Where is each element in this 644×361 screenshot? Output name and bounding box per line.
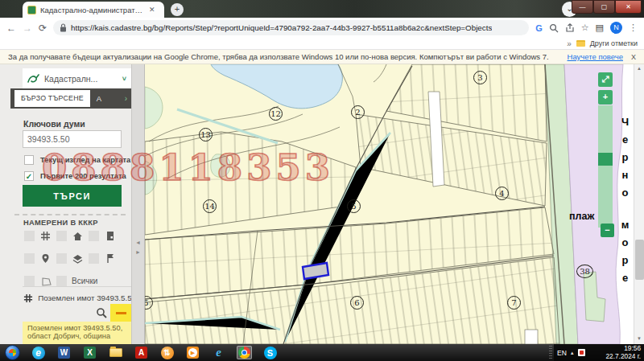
browser-tab[interactable]: Кадастрално-административна ✕ [23, 2, 164, 18]
checkbox-unchecked[interactable] [24, 155, 34, 165]
map-marker[interactable]: 6 [350, 296, 364, 310]
type-checkbox[interactable] [56, 276, 67, 286]
home-icon[interactable] [72, 230, 84, 242]
found-result-item[interactable]: Поземлен имот 39493.5.50 [23, 286, 131, 304]
reload-icon[interactable]: ⟳ [39, 23, 47, 34]
taskbar-internet-explorer[interactable]: e [211, 346, 226, 359]
scroll-up-icon[interactable]: ▲ [637, 66, 642, 71]
taskbar-sync-app[interactable]: ⇅ [159, 346, 175, 359]
remove-result-button[interactable] [110, 304, 131, 322]
map-marker[interactable]: 7 [507, 296, 521, 310]
taskbar-excel[interactable]: X [82, 346, 97, 359]
map-marker[interactable]: 14 [203, 199, 217, 213]
close-button[interactable]: ✕ [615, 0, 642, 14]
scroll-down-icon[interactable]: ▼ [637, 336, 642, 341]
bookmarks-bar: » Други отметки [0, 38, 644, 50]
language-indicator[interactable]: EN [557, 349, 567, 357]
tab-title: Кадастрално-административна [40, 6, 145, 14]
type-checkbox[interactable] [56, 231, 67, 241]
map-marker[interactable]: 5 [347, 199, 361, 213]
type-checkbox[interactable] [24, 231, 35, 241]
learn-more-link[interactable]: Научете повече [568, 52, 623, 61]
map-marker[interactable]: 4 [495, 187, 509, 200]
acrobat-icon: A [135, 347, 147, 359]
keywords-input[interactable] [23, 130, 122, 148]
forward-icon[interactable]: → [23, 23, 32, 34]
tabs-scroll-icon[interactable]: › [125, 94, 127, 103]
magnifier-icon[interactable] [96, 307, 107, 318]
cadastral-map[interactable]: 3 12 13 2 14 5 4 5 6 7 38 плаж Черно мор… [145, 64, 644, 344]
tray-notification-icon[interactable] [578, 349, 585, 356]
type-checkbox[interactable] [89, 231, 99, 241]
sync-icon: ⇅ [161, 347, 174, 359]
back-icon[interactable]: ← [6, 23, 16, 34]
scrollbar-thumb[interactable] [635, 240, 644, 280]
parcel-grid-icon[interactable] [39, 230, 52, 242]
type-checkbox[interactable] [89, 253, 99, 264]
search-button[interactable]: ТЪРСИ [23, 185, 122, 207]
type-checkbox[interactable] [56, 253, 67, 264]
tab-close-icon[interactable]: ✕ [149, 6, 155, 14]
map-marker[interactable]: 2 [351, 105, 365, 119]
taskbar-word[interactable]: W [56, 346, 72, 359]
current-view-label: Текущ изглед на картата [40, 156, 130, 164]
other-bookmarks-label[interactable]: Други отметки [590, 39, 638, 47]
current-view-checkbox-row[interactable]: Текущ изглед на картата [24, 155, 130, 165]
minimize-button[interactable]: — [572, 0, 593, 14]
map-marker[interactable]: 13 [199, 128, 213, 142]
taskbar-edge[interactable]: e [31, 346, 46, 359]
type-checkbox[interactable] [24, 253, 35, 264]
zoom-slider-handle[interactable] [598, 153, 613, 166]
taskbar-media-player[interactable]: ▶ [185, 346, 200, 359]
notification-close-icon[interactable]: X [631, 53, 636, 61]
menu-icon[interactable]: ⋮ [629, 23, 638, 33]
tab-quick-search[interactable]: БЪРЗО ТЪРСЕНЕ [14, 90, 90, 107]
collapse-left-icon[interactable]: ◄ [135, 240, 141, 245]
bookmark-star-icon[interactable]: ☆ [581, 23, 589, 33]
all-label[interactable]: Всички [72, 277, 97, 285]
new-tab-button[interactable]: + [171, 3, 184, 16]
zoom-slider-track[interactable] [598, 105, 613, 228]
type-checkbox[interactable] [24, 276, 35, 286]
fullscreen-button[interactable]: ⤢ [598, 72, 613, 87]
maximize-button[interactable]: ▢ [593, 0, 615, 14]
media-player-icon: ▶ [187, 347, 199, 359]
flag-icon[interactable] [104, 252, 116, 265]
address-bar[interactable]: https://kais.cadastre.bg/bg/Reports/Step… [53, 20, 529, 35]
tab-next-partial[interactable]: А [97, 94, 101, 103]
taskbar-explorer[interactable] [108, 346, 123, 359]
profile-avatar[interactable]: N [610, 22, 622, 34]
pin-icon[interactable] [39, 252, 52, 265]
taskbar-chrome-active[interactable] [237, 346, 252, 359]
start-button[interactable] [5, 345, 20, 360]
first-200-checkbox-row[interactable]: ✓ Първите 200 резултата [24, 171, 126, 181]
word-icon: W [58, 347, 70, 359]
sidebar-title: Кадастралн... [44, 74, 118, 84]
map-marker[interactable]: 3 [473, 71, 487, 84]
zoom-out-button[interactable]: − [601, 224, 614, 237]
selected-parcel [303, 263, 328, 279]
zoom-in-button[interactable]: + [598, 90, 613, 105]
sidebar-header[interactable]: Кадастралн... ˅ [23, 68, 131, 88]
map-marker[interactable]: 12 [269, 107, 283, 121]
chevron-down-icon[interactable]: ˅ [122, 75, 126, 83]
checkbox-checked[interactable]: ✓ [24, 171, 34, 181]
panel-divider[interactable]: ◄ ► [131, 64, 145, 344]
map-scrollbar[interactable]: ▲ ▼ [634, 64, 644, 344]
side-panel-icon[interactable]: ▤ [596, 23, 604, 33]
taskbar-skype[interactable]: S [262, 346, 278, 359]
system-tray: EN ▲ 19:56 22.7.2024 г. [554, 344, 644, 361]
found-in-kkkr-heading: НАМЕРЕНИ В КККР [23, 219, 98, 227]
building-icon[interactable] [104, 230, 116, 242]
zoom-search-icon[interactable] [549, 23, 559, 33]
share-icon[interactable] [565, 23, 575, 33]
clock[interactable]: 19:56 22.7.2024 г. [605, 345, 641, 360]
google-icon[interactable]: G [535, 23, 543, 33]
polygon-icon[interactable] [39, 275, 52, 287]
tray-expand-icon[interactable]: ▲ [570, 351, 575, 355]
bookmarks-overflow-icon[interactable]: » [567, 39, 572, 48]
map-marker[interactable]: 38 [576, 265, 593, 278]
collapse-right-icon[interactable]: ► [135, 249, 141, 255]
taskbar-acrobat[interactable]: A [134, 346, 149, 359]
layers-icon[interactable] [72, 252, 84, 265]
